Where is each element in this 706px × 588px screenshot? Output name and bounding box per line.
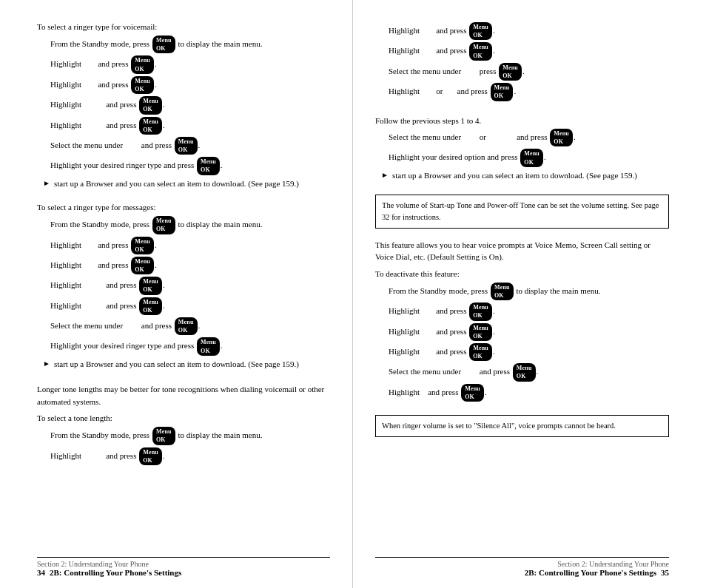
menu-btn: MenuOK <box>139 297 162 315</box>
messages-step-2: Highlight and press MenuOK. <box>37 237 330 254</box>
menu-btn: MenuOK <box>131 257 154 274</box>
menu-btn: MenuOK <box>139 447 162 465</box>
menu-btn: MenuOK <box>513 363 536 381</box>
menu-btn: MenuOK <box>499 63 522 81</box>
menu-btn: MenuOK <box>139 96 162 114</box>
voicemail-step-5: Highlight and press MenuOK. <box>37 117 330 135</box>
right-footer-section: Section 2: Understanding Your Phone <box>375 560 669 568</box>
menu-btn: MenuOK <box>131 76 154 94</box>
voicemail-bullet: ► start up a Browser and you can select … <box>37 178 330 190</box>
menu-btn: MenuOK <box>152 216 175 234</box>
menu-btn: MenuOK <box>139 277 162 294</box>
voice-step-3: Highlight and press MenuOK. <box>375 323 669 341</box>
messages-section: To select a ringer type for messages: Fr… <box>37 203 330 370</box>
menu-btn: MenuOK <box>175 137 198 155</box>
voicemail-step-7: Highlight your desired ringer type and p… <box>37 157 330 175</box>
right-footer-title: 2B: Controlling Your Phone's Settings <box>525 568 656 577</box>
note-box-2-text: When ringer volume is set to "Silence Al… <box>382 422 616 430</box>
note-box-1-text: The volume of Start-up Tone and Power-of… <box>382 201 659 221</box>
voice-step-6: Highlight and press MenuOK. <box>375 384 669 402</box>
voicemail-step-3: Highlight and press MenuOK. <box>37 76 330 94</box>
left-footer-section: Section 2: Understanding Your Phone <box>37 560 181 568</box>
menu-btn: MenuOK <box>197 337 220 355</box>
left-footer: Section 2: Understanding Your Phone 34 2… <box>0 557 352 577</box>
bullet-arrow-icon: ► <box>381 171 389 179</box>
menu-btn: MenuOK <box>139 117 162 135</box>
bullet-arrow-icon: ► <box>43 179 50 187</box>
tone-step-2: Highlight and press MenuOK. <box>37 447 330 465</box>
messages-step-5: Highlight and press MenuOK. <box>37 297 330 315</box>
tone-intro: Longer tone lengths may be better for to… <box>37 383 330 408</box>
menu-btn: MenuOK <box>197 157 220 175</box>
note-box-1: The volume of Start-up Tone and Power-of… <box>375 195 669 229</box>
right-bullet: ► start up a Browser and you can select … <box>375 169 669 182</box>
voice-prompts-section: This feature allows you to hear voice pr… <box>375 239 669 402</box>
menu-btn: MenuOK <box>469 42 492 60</box>
voicemail-bullet-text: start up a Browser and you can select an… <box>54 178 330 190</box>
menu-btn: MenuOK <box>131 237 154 254</box>
voicemail-section: To select a ringer type for voicemail: F… <box>37 22 330 189</box>
right-footer-page-row: 2B: Controlling Your Phone's Settings 35 <box>375 568 669 577</box>
menu-btn: MenuOK <box>491 83 514 101</box>
right-section1: Highlight and press MenuOK. Highlight an… <box>375 22 669 101</box>
left-page-number: 34 <box>37 568 45 577</box>
menu-btn: MenuOK <box>550 129 573 146</box>
left-footer-title: 2B: Controlling Your Phone's Settings <box>50 568 181 577</box>
tone-section: Longer tone lengths may be better for to… <box>37 383 330 465</box>
right-step-4: Highlight or and press MenuOK. <box>375 83 669 101</box>
messages-bullet: ► start up a Browser and you can select … <box>37 358 330 371</box>
messages-step-1: From the Standby mode, press MenuOK to d… <box>37 216 330 234</box>
messages-step-7: Highlight your desired ringer type and p… <box>37 337 330 355</box>
right-footer-right: Section 2: Understanding Your Phone 2B: … <box>375 560 669 577</box>
right-desired: Highlight your desired option and press … <box>375 149 669 166</box>
voice-deactivate-title: To deactivate this feature: <box>375 269 669 278</box>
messages-step-3: Highlight and press MenuOK. <box>37 257 330 274</box>
voice-step-5: Select the menu under and press MenuOK. <box>375 363 669 381</box>
menu-btn: MenuOK <box>491 283 514 300</box>
right-footer: Section 2: Understanding Your Phone 2B: … <box>353 557 706 577</box>
right-step-1: Highlight and press MenuOK. <box>375 22 669 40</box>
right-step-3: Select the menu under press MenuOK. <box>375 63 669 81</box>
left-footer-page-row: 34 2B: Controlling Your Phone's Settings <box>37 568 181 577</box>
left-page: To select a ringer type for voicemail: F… <box>0 0 353 588</box>
right-step-2: Highlight and press MenuOK. <box>375 42 669 60</box>
right-select-or: Select the menu under or and press MenuO… <box>375 129 669 146</box>
right-page-number: 35 <box>661 568 669 577</box>
voicemail-title: To select a ringer type for voicemail: <box>37 22 330 31</box>
right-bullet-text: start up a Browser and you can select an… <box>392 169 669 182</box>
menu-btn: MenuOK <box>152 36 175 53</box>
tone-title: To select a tone length: <box>37 413 330 422</box>
menu-btn: MenuOK <box>469 343 492 361</box>
menu-btn: MenuOK <box>461 384 484 402</box>
menu-btn: MenuOK <box>469 303 492 320</box>
messages-step-6: Select the menu under and press MenuOK. <box>37 317 330 335</box>
messages-title: To select a ringer type for messages: <box>37 203 330 212</box>
voicemail-step-1: From the Standby mode, press MenuOK to d… <box>37 36 330 53</box>
menu-btn: MenuOK <box>469 22 492 40</box>
messages-bullet-text: start up a Browser and you can select an… <box>54 358 330 371</box>
voice-step-2: Highlight and press MenuOK. <box>375 303 669 320</box>
right-section2: Follow the previous steps 1 to 4. Select… <box>375 115 669 182</box>
messages-step-4: Highlight and press MenuOK. <box>37 277 330 294</box>
menu-btn: MenuOK <box>131 55 154 73</box>
bullet-arrow-icon: ► <box>43 359 50 368</box>
right-page: Highlight and press MenuOK. Highlight an… <box>353 0 706 588</box>
voice-step-1: From the Standby mode, press MenuOK to d… <box>375 283 669 300</box>
voicemail-step-2: Highlight and press MenuOK. <box>37 55 330 73</box>
menu-btn: MenuOK <box>520 149 543 166</box>
right-follow: Follow the previous steps 1 to 4. <box>375 115 669 127</box>
voicemail-step-4: Highlight and press MenuOK. <box>37 96 330 114</box>
voice-intro: This feature allows you to hear voice pr… <box>375 239 669 263</box>
menu-btn: MenuOK <box>175 317 198 335</box>
left-footer-left: Section 2: Understanding Your Phone 34 2… <box>37 560 181 577</box>
menu-btn: MenuOK <box>152 427 175 445</box>
note-box-2: When ringer volume is set to "Silence Al… <box>375 415 669 437</box>
tone-step-1: From the Standby mode, press MenuOK to d… <box>37 427 330 445</box>
voice-step-4: Highlight and press MenuOK. <box>375 343 669 361</box>
voicemail-step-6: Select the menu under and press MenuOK. <box>37 137 330 155</box>
menu-btn: MenuOK <box>469 323 492 341</box>
